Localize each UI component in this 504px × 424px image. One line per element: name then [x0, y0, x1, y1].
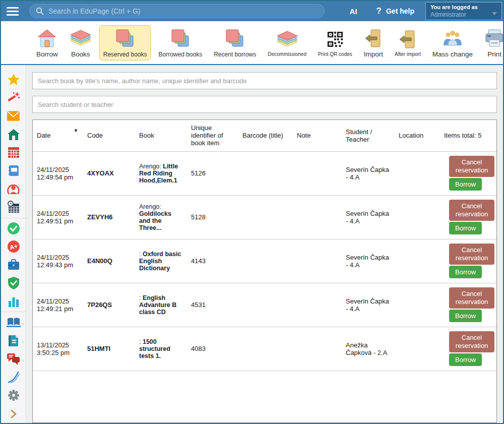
import-arrow-icon	[399, 28, 417, 50]
cell-date: 24/11/202512:49:54 pm	[33, 151, 83, 195]
cell-date: 24/11/202512:49:51 pm	[33, 195, 83, 239]
question-mark-icon: ?	[376, 6, 382, 16]
submenu-chevron-icon: ›	[22, 320, 24, 327]
ai-button[interactable]: AI	[350, 7, 357, 16]
sidebar-item-teachers[interactable]	[1, 180, 26, 198]
person-search-input[interactable]	[32, 96, 497, 113]
hamburger-menu-icon[interactable]	[1, 7, 24, 16]
cell-note	[293, 327, 342, 371]
cell-code: E4N00Q	[83, 239, 135, 283]
column-header-date[interactable]: Date ▼	[33, 120, 83, 151]
toolbar-item-print[interactable]: Print	[480, 25, 504, 60]
cancel-reservation-button[interactable]: Cancel reservation	[449, 331, 494, 353]
cancel-reservation-button[interactable]: Cancel reservation	[449, 244, 494, 265]
column-header-unique-id: Unique identifier of book item	[187, 120, 238, 151]
cell-student: Severín Čapka - 4.A	[342, 239, 395, 283]
chevron-right-icon	[10, 409, 17, 418]
cell-note	[293, 151, 342, 195]
briefcase-icon	[7, 259, 20, 271]
left-sidebar: A+	[1, 65, 26, 423]
chat-bubbles-icon	[7, 352, 20, 366]
cell-code: 7P26QS	[83, 283, 135, 327]
toolbar-item-label: After import	[395, 51, 421, 57]
column-header-student-teacher: Student / Teacher	[342, 120, 395, 151]
column-header-note: Note	[293, 120, 342, 151]
check-circle-icon	[7, 222, 20, 235]
sidebar-item-classbook[interactable]	[1, 162, 26, 180]
sidebar-item-results[interactable]	[1, 292, 26, 311]
toolbar-item-label: Borrow	[36, 50, 58, 58]
layered-squares-icon	[171, 28, 190, 50]
sidebar-item-planning[interactable]	[1, 198, 26, 216]
cell-student: Severín Čapka - 4.A	[342, 283, 395, 327]
house-icon	[37, 27, 57, 49]
toolbar-item-decommissioned[interactable]: Decommissioned	[264, 26, 310, 59]
a-plus-grade-icon: A+	[7, 240, 20, 253]
logged-as-label: You are logged as	[430, 4, 497, 10]
sidebar-item-attendance[interactable]	[1, 219, 26, 237]
toolbar-item-mass-change[interactable]: Mass change	[428, 25, 477, 60]
sidebar-item-agenda[interactable]	[1, 256, 26, 274]
cancel-reservation-button[interactable]: Cancel reservation	[449, 287, 494, 309]
book-stack-icon	[70, 27, 92, 49]
borrow-button[interactable]: Borrow	[449, 266, 482, 278]
sidebar-item-timetable[interactable]	[1, 143, 26, 161]
sidebar-item-communication[interactable]: ›	[1, 350, 26, 368]
sidebar-item-home[interactable]	[1, 125, 26, 143]
global-search-input[interactable]: Search in EduPage (Ctrl + G)	[29, 4, 325, 18]
toolbar-item-print-qr-codes[interactable]: Print QR codes	[314, 26, 356, 59]
sort-desc-icon: ▼	[74, 128, 78, 133]
get-help-button[interactable]: ? Get help	[376, 6, 414, 16]
sidebar-expand-button[interactable]	[1, 405, 26, 423]
table-row: 24/11/202512:49:51 pm ZEVYH6 Arengo: Gol…	[33, 195, 497, 239]
cell-date: 24/11/202512:49:43 pm	[33, 239, 83, 283]
timetable-grid-icon	[7, 146, 20, 159]
layered-squares-icon	[115, 28, 135, 50]
cell-student: Severín Čapka - 4.A	[342, 151, 395, 195]
toolbar-item-borrow[interactable]: Borrow	[32, 25, 62, 60]
toolbar-item-reserved-books[interactable]: Reserved books	[99, 25, 151, 60]
book-search-input[interactable]	[32, 72, 497, 89]
cell-unique-id: 4143	[187, 239, 238, 283]
toolbar-item-borrowed-books[interactable]: Borrowed books	[154, 25, 206, 60]
people-group-icon	[442, 27, 464, 49]
sidebar-item-messages[interactable]	[1, 107, 26, 125]
cell-barcode	[238, 239, 293, 283]
toolbar-item-after-import[interactable]: After import	[391, 26, 425, 59]
sidebar-item-admin[interactable]	[1, 274, 26, 292]
sidebar-item-grades[interactable]: A+	[1, 237, 26, 256]
cancel-reservation-button[interactable]: Cancel reservation	[449, 156, 494, 177]
chevron-down-icon	[492, 12, 497, 15]
borrow-button[interactable]: Borrow	[449, 353, 482, 366]
toolbar-item-books[interactable]: Books	[66, 25, 96, 60]
cell-book: : 1500 structured tests 1.	[135, 327, 187, 371]
cell-unique-id: 5126	[187, 151, 238, 195]
shield-check-icon	[7, 276, 20, 290]
borrow-button[interactable]: Borrow	[449, 178, 482, 191]
cell-code: 51HMTI	[83, 327, 135, 371]
reservations-table: Date ▼ Code Book Unique identifier of bo…	[33, 120, 497, 371]
sidebar-item-settings[interactable]	[1, 386, 26, 404]
toolbar-item-label: Borrowed books	[158, 51, 202, 58]
cell-barcode	[238, 283, 293, 327]
toolbar-item-recent-borrows[interactable]: Recent borrows	[210, 25, 260, 60]
edupage-window: Search in EduPage (Ctrl + G) AI ? Get he…	[0, 0, 504, 424]
printer-icon	[484, 27, 504, 49]
cancel-reservation-button[interactable]: Cancel reservation	[449, 200, 494, 221]
sidebar-divider	[1, 312, 26, 312]
toolbar-item-label: Print	[487, 50, 501, 58]
cell-unique-id: 4531	[187, 283, 238, 327]
sidebar-item-signature[interactable]	[1, 368, 26, 386]
sidebar-item-library[interactable]: ›	[1, 313, 26, 331]
import-arrow-icon	[364, 27, 383, 49]
sidebar-item-documents[interactable]: ›	[1, 331, 26, 349]
cell-note	[293, 195, 342, 239]
document-icon	[7, 334, 20, 347]
logged-in-user-dropdown[interactable]: You are logged as Administrator	[425, 2, 502, 20]
toolbar-item-import[interactable]: Import	[360, 25, 387, 60]
borrow-button[interactable]: Borrow	[449, 222, 482, 234]
sidebar-item-favorites[interactable]	[1, 70, 26, 88]
borrow-button[interactable]: Borrow	[449, 310, 482, 322]
library-toolbar: Borrow Books Reserved boo	[1, 21, 503, 65]
sidebar-item-wizard[interactable]	[1, 88, 26, 106]
